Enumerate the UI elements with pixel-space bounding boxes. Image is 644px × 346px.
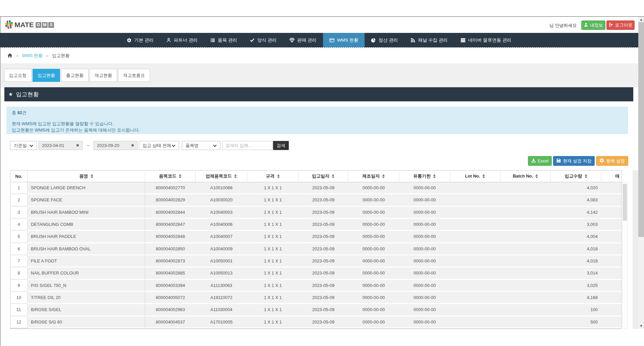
nav-item-8[interactable]: 네이버 물류연동 관리 xyxy=(454,33,518,47)
cell-lot_no xyxy=(450,231,500,243)
table-row[interactable]: 3BRUSH HAIR BAMBOO MINI800004002844A1004… xyxy=(10,207,622,219)
table-row[interactable]: 1SPONGE LARGE DRENCH800004002770A1001006… xyxy=(10,182,622,194)
page-scrollbar[interactable]: ▲ ▼ xyxy=(638,17,644,329)
keyword-input[interactable] xyxy=(222,141,272,150)
nav-item-label: 정산 관리 xyxy=(378,37,398,43)
tab-3[interactable]: 재고현황 xyxy=(90,69,117,82)
clear-date-icon[interactable]: ✖ xyxy=(76,143,79,148)
column-header-item_code[interactable]: 품목코드 xyxy=(145,170,196,182)
cell-batch_no xyxy=(500,292,551,304)
cell-qty: 4,168 xyxy=(551,292,601,304)
sort-icon xyxy=(585,174,587,179)
my-info-button[interactable]: 내정보 xyxy=(581,20,605,30)
cell-in_date: 2023-05-09 xyxy=(299,182,348,194)
tab-2[interactable]: 출고현황 xyxy=(61,69,89,82)
app-logo[interactable]: MATE OMS xyxy=(5,20,54,30)
table-row[interactable]: 2SPONGE FACE800004002829A100300201 X 1 X… xyxy=(10,194,622,206)
cell-spec: 1 X 1 X 1 xyxy=(247,243,299,255)
cell-item_code: 800004002885 xyxy=(145,267,196,280)
column-header-vendor_item_code[interactable]: 업체품목코드 xyxy=(196,170,247,182)
column-header-expiry[interactable]: 유통기한 xyxy=(399,170,450,182)
excel-button[interactable]: Excel xyxy=(528,156,552,166)
tab-0[interactable]: 입고요청 xyxy=(4,69,32,82)
cell-vendor_item_code: A11030004 xyxy=(196,304,247,316)
action-buttons: Excel 현재 설정 저장 항목 설정 xyxy=(528,156,628,166)
column-header-qty[interactable]: 입고수량 xyxy=(551,170,601,182)
nav-item-0[interactable]: 기본 관리 xyxy=(120,33,160,47)
cell-mfg_date: 0000-00-00 xyxy=(348,280,399,292)
page-scrollbar-thumb[interactable] xyxy=(638,22,644,237)
cell-item_code: 800004002844 xyxy=(145,207,196,219)
cell-stub xyxy=(601,194,622,206)
table-row[interactable]: 6BRUSH HAIR BAMBOO OVAL800004002850A1004… xyxy=(10,243,622,255)
cell-no: 1 xyxy=(10,182,28,194)
cell-qty: 4,004 xyxy=(551,231,601,243)
nav-item-5[interactable]: WMS 현황 xyxy=(323,33,365,47)
cell-no: 12 xyxy=(10,316,28,329)
date-range-separator: ~ xyxy=(83,143,94,148)
status-select[interactable]: 입고 상태 전체 xyxy=(139,141,179,150)
logout-button[interactable]: 로그아웃 xyxy=(606,20,635,30)
table-row[interactable]: 8NAIL BUFFER COLOUR800004002885A10050013… xyxy=(10,267,622,280)
cell-spec: 1 X 1 X 1 xyxy=(247,219,299,231)
pie-chart-icon xyxy=(371,38,376,43)
cell-spec: 1 X 1 X 1 xyxy=(247,316,299,329)
scroll-down-arrow[interactable]: ▼ xyxy=(638,323,644,329)
breadcrumb-link-wms[interactable]: WMS 현황 xyxy=(22,53,42,59)
nav-item-4[interactable]: 판매 관리 xyxy=(283,33,323,47)
home-icon[interactable] xyxy=(7,53,12,59)
nav-item-3[interactable]: 양식 관리 xyxy=(244,33,283,47)
logo-text-oms: OMS xyxy=(36,22,54,28)
table-row[interactable]: 10T/TREE OIL 20800004005072A191100721 X … xyxy=(10,292,622,304)
cell-qty: 500 xyxy=(551,316,601,329)
cell-item_code: 800004005072 xyxy=(145,292,196,304)
table-row[interactable]: 9P/G S/GEL 750_N800004003394A111300631 X… xyxy=(10,280,622,292)
cell-vendor_item_code: A19110072 xyxy=(196,292,247,304)
nav-item-1[interactable]: 파트너 관리 xyxy=(160,33,204,47)
table-scrollbar-thumb[interactable] xyxy=(623,184,627,221)
table-header-row: No.품명품목코드업체품목코드규격입고일자제조일자유통기한Lot No.Batc… xyxy=(10,170,622,182)
column-header-mfg_date[interactable]: 제조일자 xyxy=(348,170,399,182)
cell-batch_no xyxy=(500,280,551,292)
nav-item-6[interactable]: 정산 관리 xyxy=(365,33,404,47)
cell-name: FILE A FOOT xyxy=(28,255,145,267)
date-to-input[interactable]: 2023-09-20 ✖ xyxy=(94,141,138,150)
cell-stub xyxy=(601,182,622,194)
save-settings-button[interactable]: 현재 설정 저장 xyxy=(553,156,595,166)
table-row[interactable]: 11B/ROSE S/GEL800004002963A110300041 X 1… xyxy=(10,304,622,316)
cell-in_date: 2023-05-09 xyxy=(299,304,348,316)
date-type-select[interactable]: 기준일 xyxy=(10,141,37,150)
search-field-select[interactable]: 품목명 xyxy=(182,141,220,150)
search-button[interactable]: 검색 xyxy=(273,141,289,150)
cell-item_code: 800004002873 xyxy=(145,255,196,267)
scroll-up-arrow[interactable]: ▲ xyxy=(638,17,644,22)
column-header-spec[interactable]: 규격 xyxy=(247,170,299,182)
cell-item_code: 800004002829 xyxy=(145,194,196,206)
table-row[interactable]: 7FILE A FOOT800004002873A100500011 X 1 X… xyxy=(10,255,622,267)
table-row[interactable]: 5BRUSH HAIR PADDLE800004002848A100400071… xyxy=(10,231,622,243)
nav-item-7[interactable]: 채널 수집 관리 xyxy=(404,33,454,47)
cell-no: 6 xyxy=(10,243,28,255)
cell-vendor_item_code: A10040003 xyxy=(196,207,247,219)
cell-spec: 1 X 1 X 1 xyxy=(247,292,299,304)
clear-date-icon[interactable]: ✖ xyxy=(131,143,134,148)
date-from-input[interactable]: 2023-04-01 ✖ xyxy=(39,141,83,150)
tab-1[interactable]: 입고현황 xyxy=(33,69,60,82)
column-header-lot_no[interactable]: Lot No. xyxy=(450,170,500,182)
column-settings-button[interactable]: 항목 설정 xyxy=(596,156,628,166)
column-header-name[interactable]: 품명 xyxy=(28,170,145,182)
cell-name: BRUSH HAIR BAMBOO MINI xyxy=(28,207,145,219)
table-row[interactable]: 12B/ROSE S/G 60800004004537A170100051 X … xyxy=(10,316,622,329)
cell-lot_no xyxy=(450,255,500,267)
nav-item-2[interactable]: 품목 관리 xyxy=(204,33,244,47)
gear-icon xyxy=(127,38,131,43)
cell-batch_no xyxy=(500,255,551,267)
tab-4[interactable]: 재고흐름표 xyxy=(118,69,150,82)
column-header-no: No. xyxy=(10,170,28,182)
cell-batch_no xyxy=(500,219,551,231)
cell-stub xyxy=(601,267,622,280)
column-header-batch_no[interactable]: Batch No. xyxy=(500,170,551,182)
table-row[interactable]: 4DETANGLING COMB800004002847A100400061 X… xyxy=(10,219,622,231)
column-header-in_date[interactable]: 입고일자 xyxy=(299,170,348,182)
cell-stub xyxy=(601,316,622,329)
